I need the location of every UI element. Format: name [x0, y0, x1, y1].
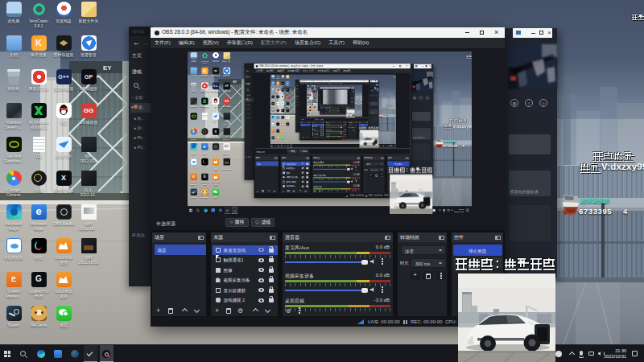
svg-text:EY: EY [103, 64, 112, 72]
svg-text:EY: EY [233, 80, 237, 84]
